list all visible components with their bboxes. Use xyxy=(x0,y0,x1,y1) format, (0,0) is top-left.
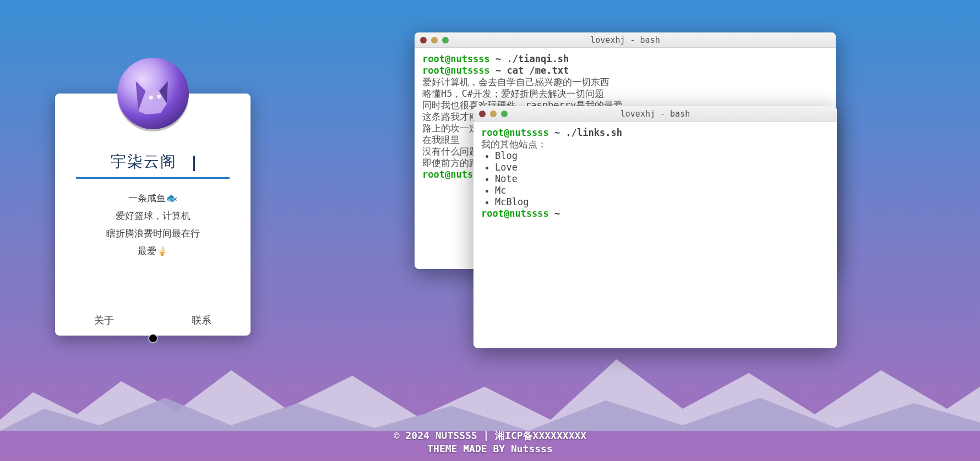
terminal-links: lovexhj - bash root@nutssss ~ ./links.sh… xyxy=(473,106,837,348)
cat-icon xyxy=(128,69,178,118)
desc-line: 最爱🍦 xyxy=(55,243,251,260)
site-link[interactable]: Blog xyxy=(495,150,829,162)
maximize-icon[interactable] xyxy=(501,111,508,117)
contact-button[interactable]: 联系 xyxy=(153,305,251,336)
card-divider xyxy=(76,177,230,179)
close-icon[interactable] xyxy=(420,37,427,43)
terminal-titlebar[interactable]: lovexhj - bash xyxy=(415,32,836,48)
profile-description: 一条咸鱼🐟 爱好篮球，计算机 瞎折腾浪费时间最在行 最爱🍦 xyxy=(55,190,251,260)
svg-point-1 xyxy=(157,95,161,98)
site-title: 宇柒云阁 xyxy=(111,151,177,172)
site-link[interactable]: Love xyxy=(495,162,829,173)
site-link[interactable]: Note xyxy=(495,173,829,185)
profile-card: 宇柒云阁 一条咸鱼🐟 爱好篮球，计算机 瞎折腾浪费时间最在行 最爱🍦 关于 联系 xyxy=(55,94,251,336)
avatar xyxy=(117,58,189,129)
maximize-icon[interactable] xyxy=(442,37,449,43)
site-link[interactable]: McBlog xyxy=(495,196,829,208)
copyright: © 2024 NUTSSSS xyxy=(394,430,477,441)
terminal-title: lovexhj - bash xyxy=(590,35,660,45)
about-button[interactable]: 关于 xyxy=(55,305,153,336)
desc-line: 瞎折腾浪费时间最在行 xyxy=(55,225,251,243)
icp-link[interactable]: 湘ICP备XXXXXXXXX xyxy=(495,430,586,441)
terminal-title: lovexhj - bash xyxy=(620,109,690,119)
theme-author-link[interactable]: Nutssss xyxy=(511,443,553,454)
typing-cursor-icon xyxy=(193,156,195,171)
close-icon[interactable] xyxy=(479,111,486,117)
minimize-icon[interactable] xyxy=(431,37,438,43)
card-handle-icon xyxy=(149,334,157,342)
minimize-icon[interactable] xyxy=(490,111,497,117)
desc-line: 爱好篮球，计算机 xyxy=(55,207,251,225)
terminal-titlebar[interactable]: lovexhj - bash xyxy=(473,106,837,122)
svg-point-0 xyxy=(149,96,153,100)
footer: © 2024 NUTSSSS | 湘ICP备XXXXXXXXX THEME MA… xyxy=(0,429,980,455)
desc-line: 一条咸鱼🐟 xyxy=(55,190,251,207)
site-link[interactable]: Mc xyxy=(495,185,829,196)
terminal-body: root@nutssss ~ ./links.sh我的其他站点：BlogLove… xyxy=(473,122,837,225)
